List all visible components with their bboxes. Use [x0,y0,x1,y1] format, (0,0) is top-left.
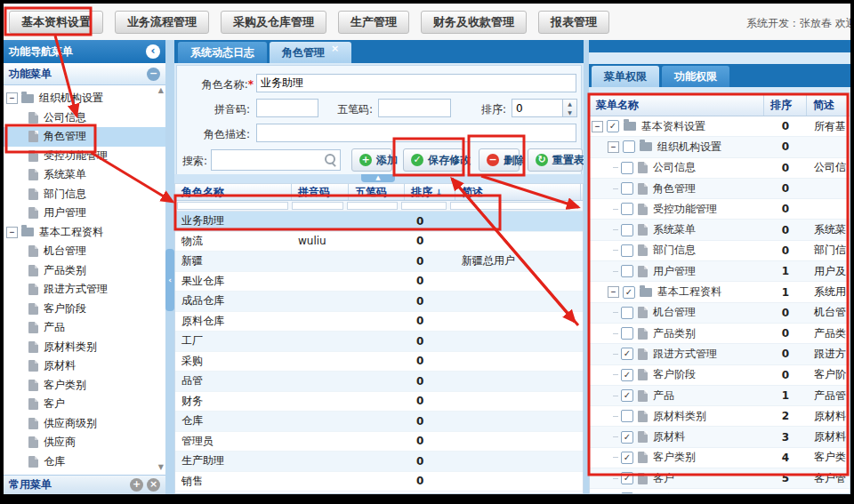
permission-row[interactable]: ✓原材料3原材料 [590,427,850,447]
permission-row[interactable]: ✓客户类别4客户类 [590,448,850,468]
save-button[interactable]: ✓保存修改 [403,148,463,172]
checkbox-icon[interactable] [621,244,633,257]
column-header-0[interactable]: 角色名称 [175,184,292,200]
checkbox-icon[interactable] [621,162,633,174]
permission-row[interactable]: 产品类别0产品类 [590,324,850,344]
horizontal-splitter[interactable]: ▲ [174,174,584,183]
permissions-tab-0[interactable]: 菜单权限 [592,66,659,87]
expander-icon[interactable]: − [592,121,603,132]
permission-row[interactable]: 系统菜单0系统菜 [590,220,850,240]
checkbox-icon[interactable] [621,327,633,340]
checkbox-icon[interactable] [621,182,633,195]
sidebar-item-7[interactable]: −基本工程资料 [4,223,165,243]
table-row[interactable]: 业务助理0 [175,212,583,232]
checkbox-icon[interactable]: ✓ [607,120,619,132]
collapse-left-icon[interactable]: ‹ [146,44,160,59]
permission-row[interactable]: −组织机构设置0 [590,137,850,157]
main-tab-0[interactable]: 系统动态日志 [178,42,267,63]
sidebar-item-14[interactable]: 原材料 [4,356,165,376]
top-menu-item-1[interactable]: 业务流程管理 [115,11,209,34]
column-header-4[interactable]: 简述 [455,184,581,200]
role-name-input[interactable] [256,74,576,92]
search-icon[interactable] [325,154,335,164]
table-row[interactable]: 仓库0 [175,412,583,432]
add-button[interactable]: +添加 [351,148,392,172]
expander-icon[interactable]: − [6,227,18,238]
sidebar-item-12[interactable]: 产品 [4,318,165,338]
permission-row[interactable]: ✓客户5客户管 [590,468,850,489]
permission-row[interactable]: −✓基本资料设置0所有基 [590,116,850,137]
filter-input-1[interactable] [292,202,343,210]
sidebar-item-19[interactable]: 仓库 [4,452,165,472]
minus-circle-icon[interactable]: − [147,68,160,81]
sidebar-item-17[interactable]: 供应商级别 [4,414,165,434]
filter-input-3[interactable] [401,202,447,210]
role-desc-input[interactable] [256,124,576,142]
checkbox-icon[interactable] [621,265,633,277]
permission-row[interactable]: ✓客户阶段0客户阶 [590,365,850,386]
sidebar-item-5[interactable]: 部门信息 [4,185,165,204]
wubi-input[interactable] [378,99,451,117]
table-row[interactable]: 果业仓库0 [175,272,583,292]
sidebar-item-16[interactable]: 客户 [4,395,165,414]
permission-row[interactable]: −✓基本工程资料1系统用 [590,282,850,302]
permission-row[interactable]: 部门信息0部门信 [590,241,850,261]
checkbox-icon[interactable]: ✓ [623,286,635,299]
permission-row[interactable]: 机台管理0机台管 [590,303,850,324]
filter-input-4[interactable] [450,202,570,210]
checkbox-icon[interactable] [623,140,635,153]
spin-up-icon[interactable]: ▲ [563,100,576,108]
sidebar-item-13[interactable]: 原材料类别 [4,338,165,357]
perm-column-header-2[interactable]: 简述 [807,93,850,116]
scroll-up-icon[interactable]: ▲ [158,86,164,94]
expander-icon[interactable]: − [6,92,18,104]
checkbox-icon[interactable]: ✓ [621,389,633,402]
table-row[interactable]: 成品仓库0 [175,292,583,312]
table-row[interactable]: 品管0 [175,372,583,392]
pinyin-input[interactable] [256,99,318,117]
top-menu-item-3[interactable]: 生产管理 [338,11,409,34]
expander-icon[interactable]: − [608,141,619,153]
add-circle-icon[interactable]: + [130,478,143,492]
expander-icon[interactable]: − [608,286,619,298]
close-circle-icon[interactable]: × [147,478,160,492]
table-row[interactable]: 新疆0新疆总用户 [175,252,583,272]
permission-row[interactable]: 原材料类别2原材料 [590,406,850,427]
perm-column-header-0[interactable]: 菜单名称 [590,93,764,116]
checkbox-icon[interactable]: ✓ [621,431,633,444]
table-row[interactable]: 物流wuliu0 [175,232,583,252]
checkbox-icon[interactable] [621,410,633,422]
table-row[interactable]: 生产助理0 [175,452,583,472]
permission-row[interactable]: 受控功能管理0 [590,199,850,220]
table-row[interactable]: 管理员0 [175,432,583,452]
table-row[interactable]: 销售0 [175,472,583,492]
sidebar-item-3[interactable]: 受控功能管理 [4,147,165,166]
checkbox-icon[interactable] [621,307,633,319]
checkbox-icon[interactable] [621,224,633,236]
permission-row[interactable]: 用户管理1用户及 [590,261,850,282]
filter-input-2[interactable] [347,202,398,210]
sidebar-item-2[interactable]: 角色管理 [4,127,165,147]
permissions-tab-1[interactable]: 功能权限 [662,66,729,87]
sidebar-item-4[interactable]: 系统菜单 [4,165,165,185]
sidebar-item-8[interactable]: 机台管理 [4,242,165,261]
spin-down-icon[interactable]: ▼ [563,108,576,117]
permission-row[interactable]: 角色管理0 [590,179,850,199]
sidebar-item-15[interactable]: 客户类别 [4,376,165,396]
splitter-collapse-up-handle[interactable]: ▲ [361,174,395,182]
sidebar-item-0[interactable]: −组织机构设置 [4,89,165,108]
sidebar-item-10[interactable]: 跟进方式管理 [4,280,165,300]
splitter-collapse-handle[interactable]: ‹ [165,249,174,311]
permission-row[interactable]: 公司信息0公司信 [590,158,850,179]
reset-button[interactable]: ↻重置表单 [528,148,583,172]
column-header-2[interactable]: 五笔码 [349,184,405,200]
checkbox-icon[interactable]: ✓ [621,369,633,381]
top-menu-item-2[interactable]: 采购及仓库管理 [221,11,326,34]
sidebar-item-1[interactable]: 公司信息 [4,108,165,128]
top-menu-item-4[interactable]: 财务及收款管理 [421,11,527,34]
table-row[interactable]: 工厂0 [175,332,583,352]
sidebar-item-9[interactable]: 产品类别 [4,261,165,281]
top-menu-item-5[interactable]: 报表管理 [538,11,609,34]
column-header-3[interactable]: 排序↓ [405,184,455,200]
sidebar-item-18[interactable]: 供应商 [4,433,165,452]
